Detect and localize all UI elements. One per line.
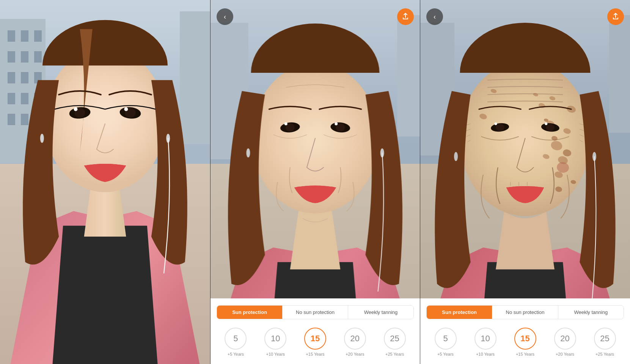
protection-tab-group-right: Sun protection No sun protection Weekly …: [426, 305, 624, 319]
year-item-20-right[interactable]: 20 +20 Years: [554, 328, 576, 356]
back-icon-right: ‹: [434, 13, 436, 20]
year-label-25: +25 Years: [385, 352, 404, 356]
photo-original: [0, 0, 210, 364]
year-item-15[interactable]: 15 +15 Years: [304, 328, 326, 356]
share-button[interactable]: [397, 8, 414, 25]
year-label-20-right: +20 Years: [556, 352, 574, 356]
protection-tab-group: Sun protection No sun protection Weekly …: [217, 305, 414, 319]
year-item-5-right[interactable]: 5 +5 Years: [435, 328, 457, 356]
year-label-10-right: +10 Years: [476, 352, 495, 356]
back-button[interactable]: ‹: [217, 8, 233, 25]
years-selector: 5 +5 Years 10 +10 Years 15 +15 Years 20 …: [217, 328, 414, 356]
year-circle-10[interactable]: 10: [264, 328, 286, 350]
back-button-right[interactable]: ‹: [426, 8, 443, 25]
bottom-controls-middle: Sun protection No sun protection Weekly …: [211, 298, 420, 364]
year-circle-15-right[interactable]: 15: [514, 328, 536, 350]
year-item-15-right[interactable]: 15 +15 Years: [514, 328, 536, 356]
year-circle-5[interactable]: 5: [225, 328, 247, 350]
year-circle-20[interactable]: 20: [344, 328, 366, 350]
share-icon-right: [612, 13, 619, 21]
share-button-right[interactable]: [607, 8, 624, 25]
tab-no-sun-protection[interactable]: No sun protection: [283, 306, 348, 319]
tab-no-sun-protection-right[interactable]: No sun protection: [492, 306, 558, 319]
year-circle-10-right[interactable]: 10: [474, 328, 496, 350]
tab-weekly-tanning-right[interactable]: Weekly tanning: [558, 306, 624, 319]
year-circle-5-right[interactable]: 5: [435, 328, 457, 350]
year-label-5-right: +5 Years: [437, 352, 454, 356]
share-icon: [402, 13, 409, 21]
panel-aged-heavy: ‹ Sun protection No sun protection Weekl…: [420, 0, 630, 364]
year-circle-15[interactable]: 15: [304, 328, 326, 350]
year-label-15: +15 Years: [306, 352, 324, 356]
year-circle-25[interactable]: 25: [384, 328, 406, 350]
year-label-20: +20 Years: [346, 352, 364, 356]
back-icon: ‹: [224, 13, 226, 20]
panel-aged-light: ‹ Sun protection No sun protection Weekl…: [210, 0, 420, 364]
year-item-10-right[interactable]: 10 +10 Years: [474, 328, 496, 356]
year-item-25[interactable]: 25 +25 Years: [384, 328, 406, 356]
tab-sun-protection[interactable]: Sun protection: [217, 306, 283, 319]
year-label-15-right: +15 Years: [516, 352, 534, 356]
year-item-25-right[interactable]: 25 +25 Years: [594, 328, 616, 356]
year-item-10[interactable]: 10 +10 Years: [264, 328, 286, 356]
year-circle-20-right[interactable]: 20: [554, 328, 576, 350]
year-item-20[interactable]: 20 +20 Years: [344, 328, 366, 356]
year-circle-25-right[interactable]: 25: [594, 328, 616, 350]
year-item-5[interactable]: 5 +5 Years: [225, 328, 247, 356]
year-label-25-right: +25 Years: [595, 352, 614, 356]
tab-sun-protection-right[interactable]: Sun protection: [427, 306, 492, 319]
years-selector-right: 5 +5 Years 10 +10 Years 15 +15 Years 20 …: [426, 328, 624, 356]
bottom-controls-right: Sun protection No sun protection Weekly …: [420, 298, 630, 364]
panel-original: [0, 0, 210, 364]
year-label-5: +5 Years: [228, 352, 244, 356]
year-label-10: +10 Years: [266, 352, 285, 356]
tab-weekly-tanning[interactable]: Weekly tanning: [348, 306, 413, 319]
